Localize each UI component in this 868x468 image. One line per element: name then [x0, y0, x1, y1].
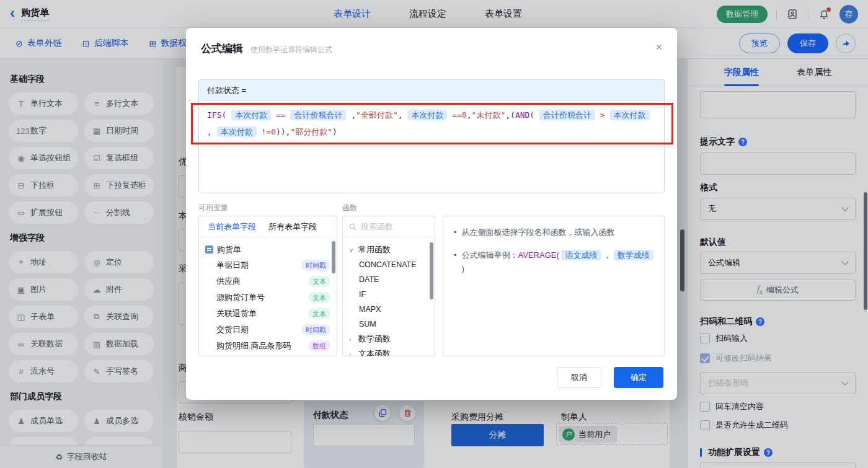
- formula-expression[interactable]: IFS( 本次付款 == 合计价税合计 ,"全部付款", 本次付款 ==0,"未…: [199, 101, 664, 146]
- tips-panel: •从左侧面板选择字段名和函数，或输入函数 •公式编辑举例：AVERAGE( 语文…: [443, 216, 665, 356]
- variable-type-badge: 文本: [308, 276, 330, 287]
- variable-row-源购货订单号[interactable]: 源购货订单号文本: [205, 289, 333, 306]
- formula-token: "未付款": [472, 110, 506, 120]
- variable-row-交货日期[interactable]: 交货日期时间戳: [205, 322, 333, 338]
- variables-scrollbar[interactable]: [332, 241, 335, 273]
- variable-type-badge: 文本: [308, 308, 330, 319]
- tip-field-chip: 语文成绩: [561, 250, 601, 260]
- functions-panel: ∨常用函数CONCATENATEDATEIFMAPXSUM›数学函数›文本函数: [342, 216, 435, 356]
- formula-field-chip: 合计价税合计: [539, 110, 595, 120]
- chevron-right-icon: ›: [349, 336, 355, 343]
- formula-token: AND(: [515, 110, 539, 120]
- variables-panel: 当前表单字段所有表单字段 购货单 单据日期时间戳供应商文本源购货订单号文本关联退…: [198, 216, 337, 356]
- modal-title: 公式编辑: [201, 42, 243, 56]
- formula-editor[interactable]: 付款状态 = IFS( 本次付款 == 合计价税合计 ,"全部付款", 本次付款…: [198, 79, 665, 193]
- modal-subtitle: 使用数学运算符编辑公式: [250, 45, 332, 55]
- functions-scrollbar[interactable]: [430, 242, 433, 299]
- variable-type-badge: 时间戳: [301, 260, 330, 271]
- close-icon[interactable]: ×: [655, 42, 662, 53]
- formula-field-chip: 本次付款: [407, 110, 447, 120]
- variable-row-关联退货单[interactable]: 关联退货单文本: [205, 306, 333, 322]
- variable-row-供应商[interactable]: 供应商文本: [205, 273, 333, 289]
- formula-token: "部分付款": [290, 127, 332, 136]
- variables-label: 可用变量: [198, 203, 228, 213]
- form-doc-icon: [205, 245, 213, 254]
- tip-line: •从左侧面板选择字段名和函数，或输入函数: [454, 226, 653, 239]
- variable-row-购货明细.商品条形码[interactable]: 购货明细.商品条形码数组: [205, 338, 333, 354]
- formula-field-chip: 合计价税合计: [290, 110, 346, 120]
- function-group-label: 数学函数: [358, 333, 391, 345]
- formula-token: ,: [398, 110, 408, 120]
- chevron-down-icon: ∨: [349, 247, 355, 254]
- tip-function-token: AVERAGE(: [518, 250, 559, 260]
- variables-tab-所有表单字段[interactable]: 所有表单字段: [268, 221, 317, 232]
- function-MAPX[interactable]: MAPX: [349, 302, 432, 317]
- formula-token: ,: [467, 110, 472, 120]
- formula-token: ,: [346, 110, 356, 120]
- cancel-button[interactable]: 取消: [557, 367, 601, 388]
- function-group-数学函数[interactable]: ›数学函数: [349, 332, 432, 347]
- chevron-right-icon: ›: [349, 351, 355, 357]
- search-icon: [349, 223, 356, 231]
- tip-text: ，: [601, 250, 613, 260]
- formula-token: !=0: [257, 127, 276, 136]
- formula-edit-modal: 公式编辑 使用数学运算符编辑公式 × 付款状态 = IFS( 本次付款 == 合…: [186, 28, 677, 400]
- variable-tree-root[interactable]: 购货单: [205, 242, 333, 257]
- variable-name: 供应商: [216, 276, 241, 287]
- function-group-label: 文本函数: [358, 348, 391, 356]
- function-IF[interactable]: IF: [349, 287, 432, 302]
- variables-tab-当前表单字段[interactable]: 当前表单字段: [208, 221, 256, 232]
- variable-name: 单据日期: [216, 260, 249, 271]
- function-SUM[interactable]: SUM: [349, 317, 432, 332]
- variable-name: 交货日期: [216, 324, 249, 335]
- tip-field-chip: 数学成绩: [614, 250, 653, 260]
- formula-field-chip: 本次付款: [217, 126, 257, 137]
- confirm-button[interactable]: 确定: [614, 367, 663, 388]
- formula-token: >: [595, 110, 609, 120]
- formula-field-chip: 本次付款: [231, 110, 271, 120]
- formula-token: ): [332, 127, 337, 136]
- function-search[interactable]: [343, 216, 435, 237]
- function-search-input[interactable]: [361, 222, 423, 231]
- tip-example: •公式编辑举例：AVERAGE( 语文成绩 ， 数学成绩 ): [454, 249, 653, 276]
- function-CONCATENATE[interactable]: CONCATENATE: [349, 257, 432, 272]
- functions-label: 函数: [342, 203, 357, 213]
- formula-field-chip: 本次付款: [610, 110, 650, 120]
- formula-token: )),: [276, 127, 290, 136]
- formula-token: ==: [271, 110, 290, 120]
- variable-name: 购货明细.商品条形码: [216, 340, 291, 351]
- function-group-label: 常用函数: [358, 244, 391, 255]
- formula-token: "全部付款": [356, 110, 398, 120]
- formula-token: ,(: [505, 110, 515, 120]
- function-group-文本函数[interactable]: ›文本函数: [349, 347, 432, 356]
- tip-text: 公式编辑举例：: [462, 250, 518, 260]
- formula-token: IFS(: [207, 110, 231, 120]
- app-root: ‹ 购货单 表单设计流程设定表单设置 数据管理 存: [0, 0, 868, 468]
- function-DATE[interactable]: DATE: [349, 272, 432, 287]
- formula-token: ==0: [447, 110, 466, 120]
- function-group-常用函数[interactable]: ∨常用函数: [349, 242, 432, 257]
- variable-name: 关联退货单: [216, 308, 257, 319]
- tip-text: ): [462, 264, 464, 273]
- variable-name: 源购货订单号: [216, 292, 265, 303]
- variable-row-单据日期[interactable]: 单据日期时间戳: [205, 257, 333, 273]
- variable-type-badge: 时间戳: [301, 324, 330, 335]
- variable-type-badge: 数组: [308, 340, 330, 351]
- variable-type-badge: 文本: [308, 292, 330, 303]
- formula-target: 付款状态 =: [199, 80, 664, 101]
